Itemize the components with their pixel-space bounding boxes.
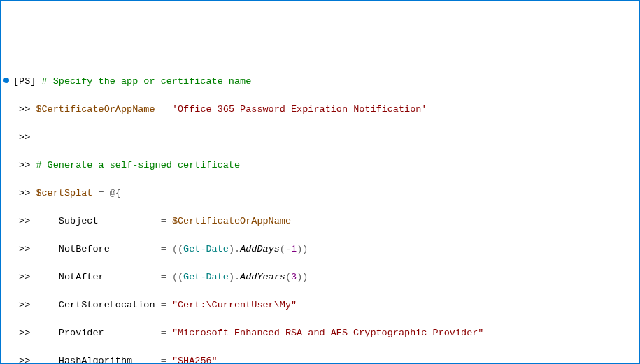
active-marker-icon xyxy=(3,78,9,83)
code-line: [PS] # Specify the app or certificate na… xyxy=(3,75,637,89)
terminal-output[interactable]: [PS] # Specify the app or certificate na… xyxy=(3,61,637,364)
code-line: >> Provider = "Microsoft Enhanced RSA an… xyxy=(3,326,637,340)
code-line: >> HashAlgorithm = "SHA256" xyxy=(3,354,637,364)
code-line: >> $CertificateOrAppName = 'Office 365 P… xyxy=(3,103,637,117)
code-line: >> Subject = $CertificateOrAppName xyxy=(3,214,637,228)
code-line: >> NotAfter = ((Get-Date).AddYears(3)) xyxy=(3,270,637,284)
code-line: >> # Generate a self-signed certificate xyxy=(3,159,637,173)
code-line: >> xyxy=(3,131,637,145)
code-line: >> $certSplat = @{ xyxy=(3,187,637,201)
code-line: >> CertStoreLocation = "Cert:\CurrentUse… xyxy=(3,298,637,312)
code-line: >> NotBefore = ((Get-Date).AddDays(-1)) xyxy=(3,242,637,256)
